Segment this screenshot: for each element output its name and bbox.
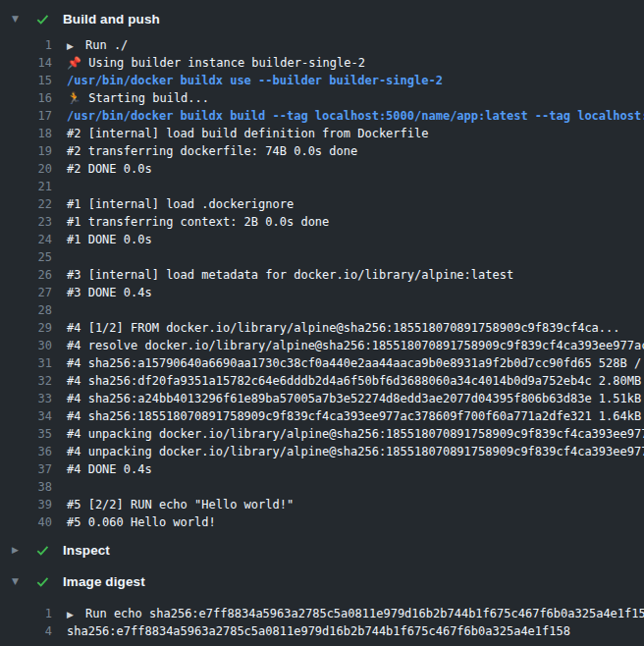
- log-line-content: ▶🏃 Starting build...: [52, 89, 644, 107]
- log-line: 37 ▶#4 DONE 0.4s: [0, 460, 644, 478]
- log-line-content: ▶: [52, 178, 644, 195]
- log-line: 28 ▶: [0, 301, 644, 319]
- log-line-content: ▶#4 resolve docker.io/library/alpine@sha…: [52, 337, 644, 354]
- line-number[interactable]: 20: [0, 160, 52, 178]
- group-title: Inspect: [63, 543, 110, 558]
- log-line-content: ▶#2 [internal] load build definition fro…: [52, 125, 644, 142]
- chevron-down-icon[interactable]: ▼: [12, 577, 24, 586]
- line-number[interactable]: 39: [0, 496, 52, 513]
- log-text: /usr/bin/docker buildx build --tag local…: [67, 109, 644, 123]
- log-text: #2 transferring dockerfile: 74B 0.0s don…: [67, 144, 357, 158]
- line-number[interactable]: 29: [0, 319, 52, 337]
- log-line: 18 ▶#2 [internal] load build definition …: [0, 125, 644, 142]
- line-number[interactable]: 14: [0, 54, 52, 72]
- line-number[interactable]: 18: [0, 125, 52, 142]
- log-line-content: ▶/usr/bin/docker buildx build --tag loca…: [52, 107, 644, 125]
- log-line-content: ▶#3 [internal] load metadata for docker.…: [52, 266, 644, 284]
- log-line-content: ▶#4 unpacking docker.io/library/alpine@s…: [52, 425, 644, 443]
- line-number[interactable]: 25: [0, 248, 52, 266]
- line-number[interactable]: 15: [0, 72, 52, 89]
- log-text: #4 DONE 0.4s: [67, 462, 152, 476]
- line-number[interactable]: 33: [0, 390, 52, 407]
- line-number[interactable]: 37: [0, 460, 52, 478]
- line-number[interactable]: 21: [0, 178, 52, 195]
- log-line: 17 ▶/usr/bin/docker buildx build --tag l…: [0, 107, 644, 125]
- line-number[interactable]: 4: [0, 622, 52, 640]
- line-number[interactable]: 22: [0, 195, 52, 213]
- line-number[interactable]: 34: [0, 407, 52, 425]
- group-header-image-digest[interactable]: ▼ Image digest: [0, 567, 644, 595]
- log-text: #4 sha256:185518070891758909c9f839cf4ca3…: [67, 409, 644, 423]
- log-text: #1 [internal] load .dockerignore: [67, 197, 294, 211]
- chevron-down-icon[interactable]: ▼: [12, 15, 24, 24]
- line-number[interactable]: 35: [0, 425, 52, 443]
- line-number[interactable]: 16: [0, 89, 52, 107]
- log-text: #4 sha256:a24bb4013296f61e89ba57005a7b3e…: [67, 392, 644, 405]
- run-expander-icon[interactable]: ▶: [67, 37, 85, 54]
- log-line-content: ▶#5 0.060 Hello world!: [52, 513, 644, 531]
- line-number[interactable]: 17: [0, 107, 52, 125]
- line-number[interactable]: 28: [0, 301, 52, 319]
- check-icon: [35, 543, 51, 558]
- log-line-content: ▶#4 sha256:a15790640a6690aa1730c38cf0a44…: [52, 354, 644, 372]
- line-number[interactable]: 19: [0, 142, 52, 160]
- line-number[interactable]: 36: [0, 443, 52, 460]
- log-line-content: ▶Run ./: [52, 36, 644, 54]
- log-line: 36 ▶#4 unpacking docker.io/library/alpin…: [0, 443, 644, 460]
- log-group-image-digest: ▼ Image digest 1 ▶Run echo sha256:e7ff88…: [0, 567, 644, 640]
- log-line: 24 ▶#1 DONE 0.0s: [0, 231, 644, 248]
- line-number[interactable]: 24: [0, 231, 52, 248]
- chevron-right-icon[interactable]: ▶: [12, 546, 24, 555]
- log-line-content: ▶#2 transferring dockerfile: 74B 0.0s do…: [52, 142, 644, 160]
- log-text: #4 unpacking docker.io/library/alpine@sh…: [67, 445, 644, 458]
- line-number[interactable]: 27: [0, 284, 52, 301]
- line-number[interactable]: 31: [0, 354, 52, 372]
- log-line: 23 ▶#1 transferring context: 2B 0.0s don…: [0, 213, 644, 231]
- log-line: 30 ▶#4 resolve docker.io/library/alpine@…: [0, 337, 644, 354]
- log-text: #3 [internal] load metadata for docker.i…: [67, 268, 513, 282]
- log-text: #5 0.060 Hello world!: [67, 515, 216, 529]
- log-line-content: ▶sha256:e7ff8834a5963a2785c5a0811e979d16…: [52, 622, 644, 640]
- line-number[interactable]: 32: [0, 372, 52, 390]
- log-line-content: ▶: [52, 301, 644, 319]
- log-line-content: ▶: [52, 248, 644, 266]
- log-line-content: ▶#1 [internal] load .dockerignore: [52, 195, 644, 213]
- log-line-content: ▶#4 sha256:a24bb4013296f61e89ba57005a7b3…: [52, 390, 644, 407]
- log-line-content: ▶📌 Using builder instance builder-single…: [52, 54, 644, 72]
- log-line-content: ▶#2 DONE 0.0s: [52, 160, 644, 178]
- log-line-content: ▶/usr/bin/docker buildx use --builder bu…: [52, 72, 644, 89]
- line-number[interactable]: 23: [0, 213, 52, 231]
- group-header-build-and-push[interactable]: ▼ Build and push: [0, 5, 644, 32]
- log-text: #2 [internal] load build definition from…: [67, 127, 428, 140]
- log-group-inspect: ▶ Inspect: [0, 536, 644, 564]
- check-icon: [35, 12, 51, 27]
- log-text: #3 DONE 0.4s: [67, 286, 152, 299]
- log-text: 📌 Using builder instance builder-single-…: [67, 56, 365, 70]
- log-text: #1 transferring context: 2B 0.0s done: [67, 215, 329, 229]
- line-number[interactable]: 38: [0, 478, 52, 496]
- line-number[interactable]: 26: [0, 266, 52, 284]
- log-line-content: ▶#1 transferring context: 2B 0.0s done: [52, 213, 644, 231]
- line-number[interactable]: 1: [0, 36, 52, 54]
- log-line: 19 ▶#2 transferring dockerfile: 74B 0.0s…: [0, 142, 644, 160]
- log-text: Run ./: [85, 38, 128, 52]
- log-line-content: ▶#4 sha256:df20fa9351a15782c64e6dddb2d4a…: [52, 372, 644, 390]
- log-line: 38 ▶: [0, 478, 644, 496]
- line-number[interactable]: 30: [0, 337, 52, 354]
- line-number[interactable]: 1: [0, 605, 52, 622]
- log-line: 27 ▶#3 DONE 0.4s: [0, 284, 644, 301]
- group-header-inspect[interactable]: ▶ Inspect: [0, 536, 644, 564]
- group-title: Build and push: [63, 12, 160, 27]
- log-line-content: ▶#4 sha256:185518070891758909c9f839cf4ca…: [52, 407, 644, 425]
- log-line: 25 ▶: [0, 248, 644, 266]
- run-expander-icon[interactable]: ▶: [67, 606, 85, 622]
- log-line: 39 ▶#5 [2/2] RUN echo "Hello world!": [0, 496, 644, 513]
- log-text: #2 DONE 0.0s: [67, 162, 152, 176]
- log-lines: 1 ▶Run ./ 14 ▶📌 Using builder instance b…: [0, 36, 644, 531]
- log-line: 15 ▶/usr/bin/docker buildx use --builder…: [0, 72, 644, 89]
- log-line-content: ▶: [52, 478, 644, 496]
- log-line: 35 ▶#4 unpacking docker.io/library/alpin…: [0, 425, 644, 443]
- log-text: #4 [1/2] FROM docker.io/library/alpine@s…: [67, 321, 620, 335]
- log-line: 14 ▶📌 Using builder instance builder-sin…: [0, 54, 644, 72]
- line-number[interactable]: 40: [0, 513, 52, 531]
